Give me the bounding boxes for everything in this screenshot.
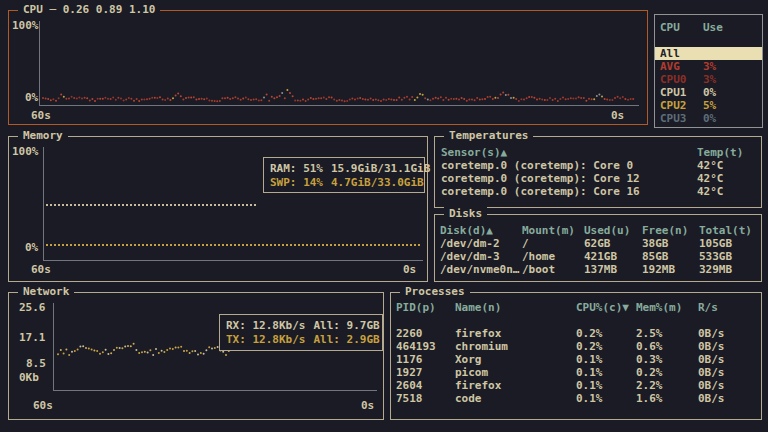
temperatures-title-label: Temperatures [449,129,528,142]
disks-panel-title: Disks [444,207,487,220]
disks-col-free[interactable]: Free(n) [642,224,699,237]
cpu-row-cpu0[interactable]: CPU0 3% [655,73,762,86]
cpu-row-cpu3[interactable]: CPU3 0% [655,112,762,125]
processes-col-name[interactable]: Name(n) [455,301,576,314]
ram-legend-left: RAM: 51% [270,162,323,175]
temperatures-header: Sensor(s)▲ Temp(t) [435,146,761,159]
processes-panel[interactable]: Processes PID(p) Name(n) CPU%(c)▼ Mem%(m… [390,292,762,420]
process-mem: 0.3% [636,353,698,366]
process-pid: 7518 [396,392,455,405]
disk-free: 192MB [642,263,699,276]
network-y-label-3: 8.5 [26,357,46,370]
disk-row[interactable]: /dev/dm-3 /home 421GB 85GB 533GB [435,250,761,263]
disk-mount: /boot [522,263,584,276]
cpu-row-cpu2-use: 5% [703,99,757,112]
processes-col-cpu[interactable]: CPU%(c)▼ [576,301,636,314]
process-row[interactable]: 1176 Xorg 0.1% 0.3% 0B/s [391,353,761,366]
temperatures-col-sensor[interactable]: Sensor(s)▲ [441,146,697,159]
process-name: chromium [455,340,576,353]
memory-panel[interactable]: Memory 100% 0% 60s 0s RAM: 51% 15.9GiB/3… [8,136,428,282]
cpu-title-separator: ─ [50,3,57,16]
process-mem: 2.2% [636,379,698,392]
process-rs: 0B/s [698,340,756,353]
disk-free: 85GB [642,250,699,263]
temperature-row[interactable]: coretemp.0 (coretemp): Core 0 42°C [435,159,761,172]
disks-col-used[interactable]: Used(u) [584,224,642,237]
cpu-row-cpu3-use: 0% [703,112,757,125]
cpu-row-cpu2[interactable]: CPU2 5% [655,99,762,112]
swap-legend-line: SWP: 14% 4.7GiB/33.0GiB [270,176,418,189]
process-cpu: 0.1% [576,366,636,379]
process-rs: 0B/s [698,366,756,379]
cpu-row-cpu1[interactable]: CPU1 0% [655,86,762,99]
cpu-table-col-cpu: CPU [660,21,703,34]
process-row[interactable]: 464193 chromium 0.2% 0.6% 0B/s [391,340,761,353]
processes-col-rs[interactable]: R/s [698,301,756,314]
process-name: picom [455,366,576,379]
process-cpu: 0.2% [576,327,636,340]
disk-row[interactable]: /dev/nvme0n… /boot 137MB 192MB 329MB [435,263,761,276]
cpu-y-max-label: 100% [12,19,39,32]
processes-header: PID(p) Name(n) CPU%(c)▼ Mem%(m) R/s [391,301,761,314]
sensor-temp: 42°C [697,172,755,185]
cpu-row-avg[interactable]: AVG 3% [655,60,762,73]
process-name: firefox [455,327,576,340]
process-name: firefox [455,379,576,392]
process-cpu: 0.2% [576,340,636,353]
memory-x-left-label: 60s [31,263,51,276]
swap-legend-detail: 4.7GiB/33.0GiB [331,176,424,189]
processes-col-pid[interactable]: PID(p) [396,301,455,314]
process-row[interactable]: 7518 code 0.1% 1.6% 0B/s [391,392,761,405]
process-row[interactable]: 2604 firefox 0.1% 2.2% 0B/s [391,379,761,392]
process-name: code [455,392,576,405]
process-name: Xorg [455,353,576,366]
disk-used: 421GB [584,250,642,263]
processes-col-mem[interactable]: Mem%(m) [636,301,698,314]
temperature-row[interactable]: coretemp.0 (coretemp): Core 16 42°C [435,185,761,198]
disk-total: 329MB [699,263,756,276]
network-y-label-2: 17.1 [19,331,46,344]
cpu-panel[interactable]: CPU ─ 0.26 0.89 1.10 100% 0% 60s 0s [8,10,648,125]
temperatures-col-temp[interactable]: Temp(t) [697,146,755,159]
disks-panel[interactable]: Disks Disk(d)▲ Mount(m) Used(u) Free(n) … [434,214,762,282]
cpu-core-table[interactable]: CPU Use All AVG 3% CPU0 3% CPU1 0% CPU2 … [654,14,763,128]
process-mem: 0.2% [636,366,698,379]
disk-used: 62GB [584,237,642,250]
process-cpu: 0.1% [576,379,636,392]
rx-legend-line: RX: 12.8Kb/s All: 9.7GB [226,319,376,332]
disk-total: 533GB [699,250,756,263]
process-row[interactable]: 2260 firefox 0.2% 2.5% 0B/s [391,327,761,340]
network-panel-title: Network [18,285,74,298]
disk-row[interactable]: /dev/dm-2 / 62GB 38GB 105GB [435,237,761,250]
temperatures-panel[interactable]: Temperatures Sensor(s)▲ Temp(t) coretemp… [434,136,762,208]
cpu-row-cpu2-label: CPU2 [660,99,703,112]
cpu-x-right-label: 0s [611,109,624,122]
network-panel[interactable]: Network 25.6 17.1 8.5 0Kb 60s 0s RX: 12.… [8,292,384,420]
disks-col-mount[interactable]: Mount(m) [522,224,584,237]
process-pid: 2604 [396,379,455,392]
memory-panel-title: Memory [18,129,68,142]
process-pid: 1176 [396,353,455,366]
process-row[interactable]: 1927 picom 0.1% 0.2% 0B/s [391,366,761,379]
network-y-label-1: 25.6 [19,301,46,314]
sensor-temp: 42°C [697,159,755,172]
disks-col-disk[interactable]: Disk(d)▲ [440,224,522,237]
memory-y-max-label: 100% [12,145,39,158]
swap-usage-line [46,244,422,246]
process-cpu: 0.1% [576,353,636,366]
network-legend: RX: 12.8Kb/s All: 9.7GB TX: 12.8Kb/s All… [219,314,383,351]
tx-legend-line: TX: 12.8Kb/s All: 2.9GB [226,333,376,346]
memory-y-min-label: 0% [25,241,38,254]
temperature-row[interactable]: coretemp.0 (coretemp): Core 12 42°C [435,172,761,185]
cpu-table-col-use: Use [703,21,757,34]
network-title-label: Network [23,285,69,298]
cpu-table-header: CPU Use [655,21,762,34]
tx-legend-rate: TX: 12.8Kb/s [226,333,305,346]
temperatures-panel-title: Temperatures [444,129,533,142]
disks-title-label: Disks [449,207,482,220]
disks-col-total[interactable]: Total(t) [699,224,756,237]
cpu-row-cpu1-label: CPU1 [660,86,703,99]
process-pid: 464193 [396,340,455,353]
cpu-row-all[interactable]: All [655,47,762,60]
process-mem: 0.6% [636,340,698,353]
